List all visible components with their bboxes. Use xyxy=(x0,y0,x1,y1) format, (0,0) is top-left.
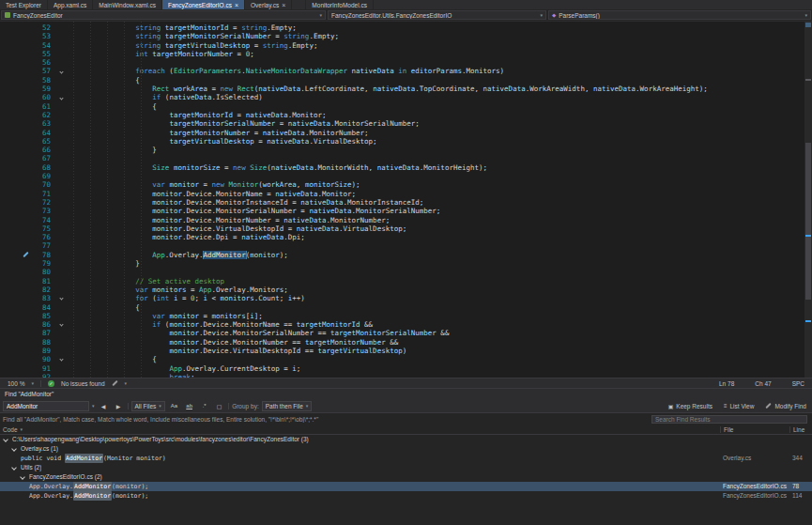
breakpoint-margin[interactable] xyxy=(0,233,32,241)
fold-margin[interactable] xyxy=(54,294,68,302)
line-number[interactable]: 78 xyxy=(32,251,54,259)
scrollbar-button[interactable] xyxy=(805,23,811,27)
scrollbar-thumb[interactable] xyxy=(805,143,811,300)
code-line[interactable]: monitor.Device.VirtualDesktopId == targe… xyxy=(68,347,812,355)
project-dropdown[interactable]: FancyZonesEditor ▾ xyxy=(1,10,326,20)
fold-margin[interactable] xyxy=(54,207,68,215)
code-line[interactable] xyxy=(68,172,812,180)
fold-margin[interactable] xyxy=(54,67,68,75)
collapse-chevron-icon[interactable] xyxy=(59,96,63,100)
find-previous-button[interactable]: ◀ xyxy=(98,401,110,411)
breakpoint-margin[interactable] xyxy=(0,320,32,329)
line-number[interactable]: 54 xyxy=(32,41,54,50)
line-number[interactable]: 53 xyxy=(32,32,54,40)
tab-app-xaml-cs[interactable]: App.xaml.cs xyxy=(48,0,93,9)
expand-chevron-icon[interactable] xyxy=(3,437,8,442)
fold-margin[interactable] xyxy=(54,154,68,162)
find-next-button[interactable]: ▶ xyxy=(113,401,125,411)
code-line[interactable]: targetMonitorNumber = nativeData.Monitor… xyxy=(68,129,812,137)
code-line[interactable]: targetMonitorId = nativeData.Monitor; xyxy=(68,111,812,119)
code-line[interactable]: targetVirtualDesktop = nativeData.Virtua… xyxy=(68,137,812,146)
code-line[interactable]: foreach (EditorParameters.NativeMonitorD… xyxy=(68,67,812,75)
line-number[interactable]: 58 xyxy=(32,76,54,85)
code-line[interactable]: var monitor = monitors[i]; xyxy=(68,312,812,320)
code-line[interactable]: monitor.Device.MonitorNumber == targetMo… xyxy=(68,338,812,347)
list-view-button[interactable]: ≡ List View xyxy=(721,401,757,411)
breakpoint-margin[interactable] xyxy=(0,277,32,286)
result-row[interactable]: App.Overlay.AddMonitor(monitor);FancyZon… xyxy=(0,482,812,491)
column-header-line[interactable]: Line xyxy=(789,426,812,433)
breakpoint-margin[interactable] xyxy=(0,224,32,233)
tab-mainwindow-xaml-cs[interactable]: MainWindow.xaml.cs xyxy=(93,0,162,9)
fold-margin[interactable] xyxy=(54,224,68,233)
editor-vertical-scrollbar[interactable] xyxy=(804,22,812,378)
line-number[interactable]: 61 xyxy=(32,102,54,111)
code-line[interactable]: Size monitorSize = new Size(nativeData.M… xyxy=(68,163,812,172)
collapse-chevron-icon[interactable] xyxy=(59,69,63,73)
fold-margin[interactable] xyxy=(54,129,68,137)
fold-margin[interactable] xyxy=(54,233,68,241)
collapse-chevron-icon[interactable] xyxy=(59,297,63,301)
line-number[interactable]: 66 xyxy=(32,146,54,154)
code-line[interactable]: // Set active desktop xyxy=(68,277,812,286)
code-line[interactable]: var monitors = App.Overlay.Monitors; xyxy=(68,286,812,294)
breakpoint-margin[interactable] xyxy=(0,76,32,85)
fold-margin[interactable] xyxy=(54,241,68,250)
result-row[interactable]: public void AddMonitor(Monitor monitor)O… xyxy=(0,454,812,463)
code-line[interactable]: if (nativeData.IsSelected) xyxy=(68,93,812,101)
line-number[interactable]: 77 xyxy=(32,241,54,250)
line-number[interactable]: 75 xyxy=(32,224,54,233)
expand-chevron-icon[interactable] xyxy=(11,465,17,471)
fold-margin[interactable] xyxy=(54,277,68,286)
preserve-case-toggle[interactable]: ▢ xyxy=(213,401,225,411)
breakpoint-margin[interactable] xyxy=(0,241,32,250)
fold-margin[interactable] xyxy=(54,180,68,189)
breakpoint-margin[interactable] xyxy=(0,67,32,75)
code-line[interactable] xyxy=(68,241,812,250)
match-case-toggle[interactable]: Aa xyxy=(168,401,180,411)
result-group-row[interactable]: FancyZonesEditorIO.cs (2) xyxy=(0,472,812,482)
fold-margin[interactable] xyxy=(54,251,68,259)
fold-margin[interactable] xyxy=(54,338,68,347)
edit-pencil-icon[interactable] xyxy=(112,380,117,386)
fold-margin[interactable] xyxy=(54,137,68,146)
expand-chevron-icon[interactable] xyxy=(20,474,25,480)
breakpoint-margin[interactable] xyxy=(0,338,32,347)
fold-margin[interactable] xyxy=(54,364,68,373)
result-group-row[interactable]: Overlay.cs (1) xyxy=(0,444,812,454)
fold-margin[interactable] xyxy=(54,76,68,85)
code-line[interactable]: var monitor = new Monitor(workArea, moni… xyxy=(68,180,812,189)
code-line[interactable]: { xyxy=(68,355,812,363)
regex-toggle[interactable]: .* xyxy=(198,401,210,411)
breakpoint-margin[interactable] xyxy=(0,312,32,320)
line-number[interactable]: 56 xyxy=(32,58,54,67)
code-line[interactable]: string targetMonitorId = string.Empty; xyxy=(68,23,812,32)
code-line[interactable]: monitor.Device.MonitorName = nativeData.… xyxy=(68,190,812,198)
fold-margin[interactable] xyxy=(54,32,68,40)
fold-margin[interactable] xyxy=(54,329,68,337)
line-number[interactable]: 67 xyxy=(32,154,54,162)
line-number[interactable]: 69 xyxy=(32,172,54,180)
line-number[interactable]: 55 xyxy=(32,50,54,58)
whole-word-toggle[interactable]: ab xyxy=(183,401,195,411)
collapse-chevron-icon[interactable] xyxy=(59,323,63,327)
close-icon[interactable]: × xyxy=(282,2,285,8)
breakpoint-margin[interactable] xyxy=(0,50,32,58)
code-line[interactable]: Rect workArea = new Rect(nativeData.Left… xyxy=(68,85,812,93)
line-number[interactable]: 70 xyxy=(32,180,54,189)
line-number[interactable]: 90 xyxy=(32,355,54,363)
line-number[interactable]: 84 xyxy=(32,303,54,312)
breakpoint-margin[interactable] xyxy=(0,172,32,180)
line-number[interactable]: 72 xyxy=(32,198,54,207)
breakpoint-margin[interactable] xyxy=(0,364,32,373)
tab-test-explorer[interactable]: Test Explorer xyxy=(0,0,48,9)
zoom-level[interactable]: 100 % xyxy=(8,380,24,387)
line-number[interactable]: 88 xyxy=(32,338,54,347)
chevron-down-icon[interactable]: ▾ xyxy=(92,403,95,409)
code-line[interactable]: targetMonitorSerialNumber = nativeData.M… xyxy=(68,119,812,128)
breakpoint-margin[interactable] xyxy=(0,190,32,198)
breakpoint-margin[interactable] xyxy=(0,207,32,215)
code-line[interactable]: { xyxy=(68,303,812,312)
line-number[interactable]: 85 xyxy=(32,312,54,320)
line-number[interactable]: 63 xyxy=(32,119,54,128)
